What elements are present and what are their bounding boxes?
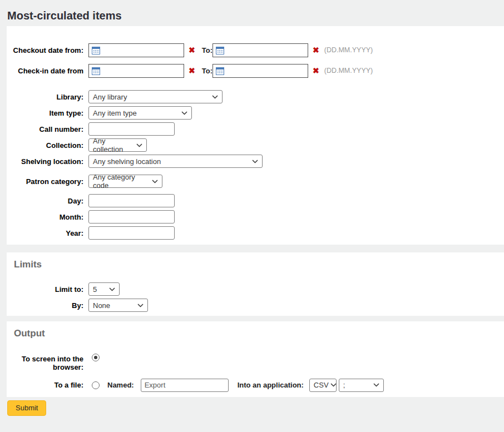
checkin-date-to-input[interactable] <box>213 64 308 78</box>
month-row: Month: <box>7 210 504 224</box>
limits-panel: Limits Limit to: 5 By: None <box>7 252 504 316</box>
item-type-row: Item type: Any item type <box>7 106 504 120</box>
patron-category-row: Patron category: Any category code <box>7 175 504 188</box>
file-name-input[interactable] <box>141 379 229 392</box>
output-heading: Output <box>7 328 504 339</box>
shelving-location-row: Shelving location: Any shelving location <box>7 155 504 168</box>
output-panel: Output To screen into the browser: To a … <box>7 321 504 397</box>
checkout-date-from-input[interactable] <box>88 43 184 57</box>
date-format-hint: (DD.MM.YYYY) <box>324 64 373 78</box>
submit-button[interactable]: Submit <box>7 400 46 416</box>
clear-date-icon[interactable]: ✖ <box>313 64 319 78</box>
output-file-row: To a file: Named: Into an application: C… <box>7 378 504 392</box>
year-row: Year: <box>7 226 504 240</box>
day-input[interactable] <box>88 194 175 207</box>
output-screen-row: To screen into the browser: <box>7 352 504 371</box>
call-number-row: Call number: <box>7 122 504 136</box>
page-title: Most-circulated items <box>0 0 504 26</box>
item-type-label: Item type: <box>7 106 83 117</box>
limit-by-label: By: <box>7 299 83 310</box>
checkout-date-row: Checkout date from: ✖ To: ✖ (DD.MM.YYYY) <box>7 43 504 57</box>
calendar-icon[interactable] <box>92 67 100 75</box>
clear-date-icon[interactable]: ✖ <box>189 43 195 57</box>
clear-date-icon[interactable]: ✖ <box>189 64 195 78</box>
checkin-date-label: Check-in date from <box>7 64 83 75</box>
checkin-date-row: Check-in date from ✖ To: ✖ (DD.MM.YYYY) <box>7 64 504 78</box>
chevron-down-icon <box>137 304 144 307</box>
clear-date-icon[interactable]: ✖ <box>313 43 319 57</box>
checkin-to-label: To: <box>202 64 213 78</box>
year-input[interactable] <box>88 226 175 240</box>
chevron-down-icon <box>212 95 218 99</box>
named-label: Named: <box>107 378 134 392</box>
chevron-down-icon <box>152 180 158 183</box>
chevron-down-icon <box>252 160 258 163</box>
library-select[interactable]: Any library <box>88 90 223 103</box>
chevron-down-icon <box>373 383 379 387</box>
limit-to-row: Limit to: 5 <box>7 282 504 296</box>
library-label: Library: <box>7 90 83 101</box>
date-format-hint: (DD.MM.YYYY) <box>324 43 373 57</box>
delimiter-select[interactable]: ; <box>339 379 384 392</box>
calendar-icon[interactable] <box>92 47 100 54</box>
limits-heading: Limits <box>7 259 504 270</box>
limit-to-label: Limit to: <box>7 282 83 294</box>
shelving-location-label: Shelving location: <box>7 155 83 166</box>
shelving-location-select[interactable]: Any shelving location <box>88 155 263 168</box>
year-label: Year: <box>7 226 83 237</box>
application-label: Into an application: <box>238 378 304 392</box>
call-number-input[interactable] <box>88 122 175 136</box>
calendar-icon[interactable] <box>216 47 224 54</box>
patron-category-select[interactable]: Any category code <box>88 175 162 188</box>
collection-label: Collection: <box>7 138 83 150</box>
output-file-label: To a file: <box>7 381 83 389</box>
checkout-to-label: To: <box>202 43 213 57</box>
output-screen-radio[interactable] <box>92 354 100 361</box>
output-screen-label: To screen into the browser: <box>7 352 83 371</box>
collection-row: Collection: Any collection <box>7 138 504 152</box>
library-row: Library: Any library <box>7 90 504 103</box>
day-row: Day: <box>7 194 504 207</box>
chevron-down-icon <box>136 143 142 147</box>
item-type-select[interactable]: Any item type <box>88 106 192 120</box>
chevron-down-icon <box>109 287 115 291</box>
month-label: Month: <box>7 210 83 221</box>
checkin-date-from-input[interactable] <box>88 64 184 78</box>
limit-by-row: By: None <box>7 299 504 312</box>
calendar-icon[interactable] <box>216 67 224 75</box>
chevron-down-icon <box>181 111 187 115</box>
patron-category-label: Patron category: <box>7 175 83 186</box>
limit-to-select[interactable]: 5 <box>88 282 120 296</box>
application-select[interactable]: CSV <box>309 379 337 392</box>
checkout-date-to-input[interactable] <box>213 43 308 57</box>
checkout-date-label: Checkout date from: <box>7 43 83 54</box>
filters-panel: Checkout date from: ✖ To: ✖ (DD.MM.YYYY)… <box>7 26 504 245</box>
output-file-radio[interactable] <box>92 381 100 389</box>
day-label: Day: <box>7 194 83 205</box>
month-input[interactable] <box>88 210 175 224</box>
limit-by-select[interactable]: None <box>88 299 148 312</box>
call-number-label: Call number: <box>7 122 83 133</box>
collection-select[interactable]: Any collection <box>88 138 147 152</box>
chevron-down-icon <box>330 383 337 387</box>
